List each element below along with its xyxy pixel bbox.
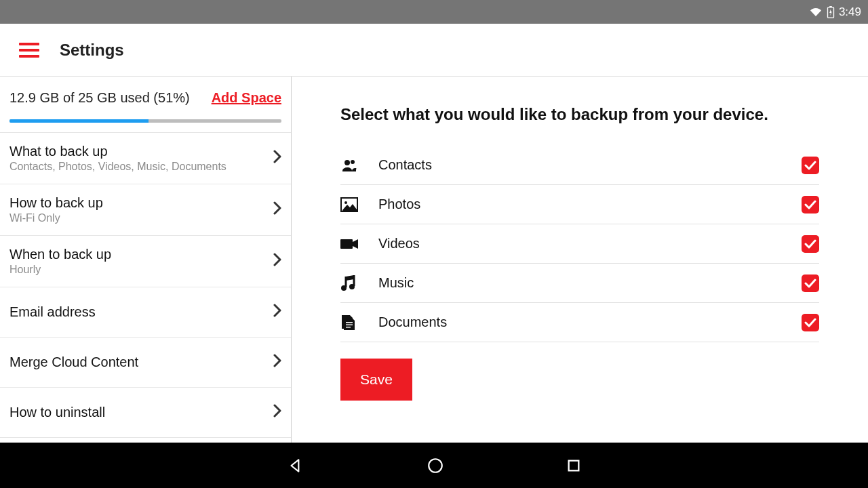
checkbox-photos[interactable] bbox=[802, 196, 819, 214]
storage-panel: 12.9 GB of 25 GB used (51%) Add Space bbox=[0, 77, 291, 133]
backup-option-photos: Photos bbox=[340, 185, 819, 224]
sidebar-item-merge-cloud-content[interactable]: Merge Cloud Content bbox=[0, 338, 291, 388]
back-button[interactable] bbox=[287, 457, 304, 474]
checkbox-music[interactable] bbox=[802, 274, 819, 292]
wifi-icon bbox=[809, 7, 823, 18]
sidebar-item-when-to-back-up[interactable]: When to back up Hourly bbox=[0, 236, 291, 287]
app-bar: Settings bbox=[0, 24, 868, 77]
svg-point-5 bbox=[344, 201, 347, 204]
menu-icon[interactable] bbox=[19, 43, 39, 58]
checkbox-documents[interactable] bbox=[802, 314, 819, 331]
svg-rect-9 bbox=[346, 322, 353, 323]
backup-option-contacts: Contacts bbox=[340, 146, 819, 185]
svg-rect-13 bbox=[569, 460, 579, 470]
save-button[interactable]: Save bbox=[340, 359, 412, 401]
option-label: Photos bbox=[370, 197, 802, 212]
home-button[interactable] bbox=[427, 457, 444, 474]
option-label: Contacts bbox=[370, 157, 802, 173]
svg-rect-11 bbox=[346, 327, 351, 328]
nav-item-title: What to back up bbox=[9, 144, 226, 159]
status-time: 3:49 bbox=[839, 5, 861, 19]
videos-icon bbox=[340, 238, 370, 250]
main-heading: Select what you would like to backup fro… bbox=[340, 105, 819, 124]
add-space-link[interactable]: Add Space bbox=[212, 90, 281, 106]
svg-point-8 bbox=[349, 284, 355, 289]
system-nav-bar bbox=[0, 443, 868, 488]
nav-item-subtitle: Wi-Fi Only bbox=[9, 212, 103, 224]
sidebar-item-how-to-back-up[interactable]: How to back up Wi-Fi Only bbox=[0, 184, 291, 236]
sidebar-item-how-to-uninstall[interactable]: How to uninstall bbox=[0, 388, 291, 438]
svg-point-7 bbox=[341, 285, 347, 291]
nav-item-title: How to uninstall bbox=[9, 405, 105, 420]
svg-point-12 bbox=[429, 459, 442, 472]
nav-item-title: Merge Cloud Content bbox=[9, 354, 138, 370]
storage-progress bbox=[9, 119, 281, 123]
svg-point-2 bbox=[344, 160, 350, 165]
storage-progress-fill bbox=[9, 119, 149, 123]
sidebar-item-email-address[interactable]: Email address bbox=[0, 287, 291, 338]
documents-icon bbox=[340, 314, 370, 331]
chevron-right-icon bbox=[273, 304, 281, 321]
chevron-right-icon bbox=[273, 354, 281, 371]
photos-icon bbox=[340, 197, 370, 212]
checkbox-videos[interactable] bbox=[802, 235, 819, 253]
option-label: Music bbox=[370, 275, 802, 291]
sidebar: 12.9 GB of 25 GB used (51%) Add Space Wh… bbox=[0, 77, 292, 443]
backup-option-documents: Documents bbox=[340, 303, 819, 342]
status-bar: 3:49 bbox=[0, 0, 868, 24]
music-icon bbox=[340, 274, 370, 292]
chevron-right-icon bbox=[273, 201, 281, 219]
chevron-right-icon bbox=[273, 253, 281, 270]
svg-rect-10 bbox=[346, 324, 353, 325]
svg-rect-1 bbox=[829, 6, 832, 7]
storage-usage-text: 12.9 GB of 25 GB used (51%) bbox=[9, 90, 190, 106]
svg-rect-6 bbox=[340, 239, 353, 249]
nav-item-subtitle: Contacts, Photos, Videos, Music, Documen… bbox=[9, 161, 226, 173]
option-label: Videos bbox=[370, 236, 802, 251]
page-title: Settings bbox=[60, 41, 124, 60]
battery-charging-icon bbox=[827, 6, 835, 18]
nav-item-title: Email address bbox=[9, 304, 96, 320]
backup-option-videos: Videos bbox=[340, 224, 819, 264]
chevron-right-icon bbox=[273, 404, 281, 422]
backup-option-music: Music bbox=[340, 264, 819, 303]
sidebar-item-what-to-back-up[interactable]: What to back up Contacts, Photos, Videos… bbox=[0, 133, 291, 184]
checkbox-contacts[interactable] bbox=[802, 157, 819, 174]
main-panel: Select what you would like to backup fro… bbox=[292, 77, 868, 443]
nav-item-title: When to back up bbox=[9, 247, 111, 262]
svg-point-3 bbox=[351, 160, 355, 164]
overview-button[interactable] bbox=[566, 458, 581, 473]
chevron-right-icon bbox=[273, 150, 281, 167]
nav-item-title: How to back up bbox=[9, 195, 103, 211]
contacts-icon bbox=[340, 157, 370, 174]
option-label: Documents bbox=[370, 314, 802, 330]
nav-item-subtitle: Hourly bbox=[9, 264, 111, 276]
